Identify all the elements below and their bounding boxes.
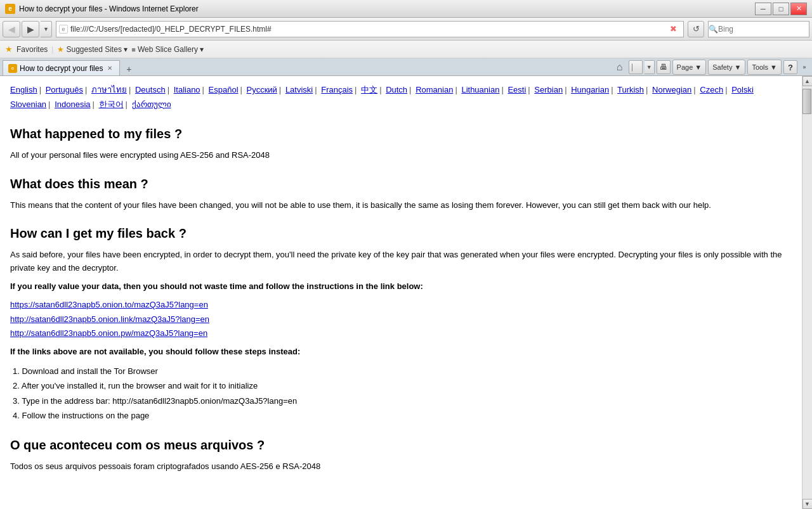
step-2: 2. After you've installed it, run the br…: [13, 378, 792, 393]
address-bar-wrapper: e ✖: [56, 21, 684, 37]
onion-links: https://satan6dll23napb5.onion.to/mazQ3a…: [10, 299, 792, 340]
new-tab-button[interactable]: +: [121, 63, 136, 75]
section3-heading: How can I get my files back ?: [10, 223, 792, 243]
window-title: How to decrypt your files - Windows Inte…: [19, 4, 755, 13]
lang-georgian[interactable]: ქართული: [132, 100, 171, 109]
lang-german[interactable]: Deutsch: [135, 85, 166, 94]
lang-latvian[interactable]: Latviski: [285, 85, 313, 94]
forward-button[interactable]: ▶: [22, 21, 39, 37]
lang-norwegian[interactable]: Norwegian: [652, 85, 691, 94]
back-button[interactable]: ◀: [3, 21, 20, 37]
language-links: English| Português| ภาษาไทย| Deutsch| It…: [10, 82, 792, 112]
web-slice-gallery-link[interactable]: ■ Web Slice Gallery ▾: [131, 45, 204, 54]
minimize-button[interactable]: ─: [755, 3, 771, 15]
address-favicon: e: [59, 25, 68, 34]
address-go-button[interactable]: ✖: [665, 22, 681, 37]
window-controls: ─ □ ✕: [755, 3, 807, 15]
lang-romanian[interactable]: Romanian: [416, 85, 453, 94]
content-wrapper: English| Português| ภาษาไทย| Deutsch| It…: [0, 76, 812, 509]
section4-para: Todos os seus arquivos pessoais foram cr…: [10, 460, 792, 474]
print-icon[interactable]: 🖶: [657, 60, 671, 74]
step-4: 4. Follow the instructions on the page: [13, 408, 792, 423]
section1-para: All of your personal files were encrypte…: [10, 149, 792, 162]
onion-link-2[interactable]: http://satan6dll23napb5.onion.link/mazQ3…: [10, 313, 792, 326]
lang-turkish[interactable]: Turkish: [617, 85, 644, 94]
lang-czech[interactable]: Czech: [700, 85, 723, 94]
lang-serbian[interactable]: Serbian: [534, 85, 563, 94]
lang-thai[interactable]: ภาษาไทย: [91, 85, 127, 94]
tools-button[interactable]: Tools ▼: [747, 60, 782, 75]
close-button[interactable]: ✕: [790, 3, 807, 15]
refresh-button[interactable]: ↺: [688, 21, 704, 37]
lang-italian[interactable]: Italiano: [174, 85, 200, 94]
active-tab[interactable]: e How to decrypt your files ✕: [3, 60, 120, 75]
search-icon: 🔍: [709, 22, 718, 37]
scrollbar: ▲ ▼: [802, 76, 812, 509]
lang-russian[interactable]: Русский: [247, 85, 277, 94]
lang-dutch[interactable]: Dutch: [386, 85, 407, 94]
tab-close-button[interactable]: ✕: [105, 64, 114, 73]
lang-polish[interactable]: Polski: [731, 85, 754, 94]
scroll-up-button[interactable]: ▲: [802, 76, 813, 86]
alt-instruction: If the links above are not available, yo…: [10, 345, 792, 359]
lang-spanish[interactable]: Español: [209, 85, 239, 94]
lang-chinese[interactable]: 中文: [361, 85, 377, 94]
scroll-down-button[interactable]: ▼: [802, 499, 813, 509]
lang-slovenian[interactable]: Slovenian: [10, 100, 46, 109]
tab-favicon: e: [8, 64, 17, 73]
safety-button[interactable]: Safety ▼: [708, 60, 745, 75]
expand-button[interactable]: »: [799, 60, 809, 74]
lang-korean[interactable]: 한국어: [99, 100, 124, 109]
step-3: 3. Type in the address bar: http://satan…: [13, 394, 792, 408]
onion-link-1[interactable]: https://satan6dll23napb5.onion.to/mazQ3a…: [10, 299, 792, 312]
home-icon[interactable]: ⌂: [613, 60, 627, 74]
onion-link-3[interactable]: http://satan6dll23napb5.onion.pw/mazQ3aJ…: [10, 327, 792, 340]
suggested-sites-link[interactable]: ★ Suggested Sites ▾: [57, 45, 128, 54]
scrollbar-thumb[interactable]: [802, 89, 811, 114]
feeds-dropdown-button[interactable]: ▼: [645, 60, 655, 74]
bold-instruction: If you really value your data, then you …: [10, 280, 792, 293]
page-toolbar: ⌂ ⎸ ▼ 🖶 Page ▼ Safety ▼ Tools ▼ ? »: [613, 60, 809, 75]
search-input[interactable]: [718, 25, 812, 34]
page-button[interactable]: Page ▼: [672, 60, 707, 75]
section3-para: As said before, your files have been enc…: [10, 248, 792, 275]
favorites-link[interactable]: Favorites: [16, 45, 48, 54]
lang-french[interactable]: Français: [321, 85, 353, 94]
browser-icon: e: [5, 4, 15, 14]
section4-heading: O que aconteceu com os meus arquivos ?: [10, 435, 792, 455]
help-button[interactable]: ?: [783, 60, 797, 74]
lang-indonesian[interactable]: Indonesia: [55, 100, 90, 109]
tab-label: How to decrypt your files: [20, 64, 103, 73]
search-wrapper: 🔍 ►: [708, 21, 809, 37]
steps-list: 1. Download and install the Tor Browser …: [10, 364, 792, 423]
section1-heading: What happened to my files ?: [10, 124, 792, 144]
section2-para: This means that the content of your file…: [10, 199, 792, 212]
page-content: English| Português| ภาษาไทย| Deutsch| It…: [0, 76, 802, 509]
step-1: 1. Download and install the Tor Browser: [13, 364, 792, 378]
title-bar: e How to decrypt your files - Windows In…: [0, 0, 812, 18]
scrollbar-track: [802, 86, 812, 499]
lang-lithuanian[interactable]: Lithuanian: [461, 85, 499, 94]
navigation-bar: ◀ ▶ ▼ e ✖ ↺ 🔍 ►: [0, 18, 812, 41]
nav-dropdown-button[interactable]: ▼: [41, 21, 52, 37]
lang-hungarian[interactable]: Hungarian: [571, 85, 609, 94]
feeds-button[interactable]: ⎸: [629, 60, 643, 74]
lang-portuguese[interactable]: Português: [46, 85, 83, 94]
favorites-bar: ★ Favorites | ★ Suggested Sites ▾ ■ Web …: [0, 41, 812, 58]
favorites-star-icon: ★: [5, 44, 13, 54]
section2-heading: What does this mean ?: [10, 174, 792, 194]
lang-english[interactable]: English: [10, 85, 37, 94]
maximize-button[interactable]: □: [773, 3, 789, 15]
address-input[interactable]: [70, 25, 665, 34]
lang-estonian[interactable]: Eesti: [508, 85, 526, 94]
